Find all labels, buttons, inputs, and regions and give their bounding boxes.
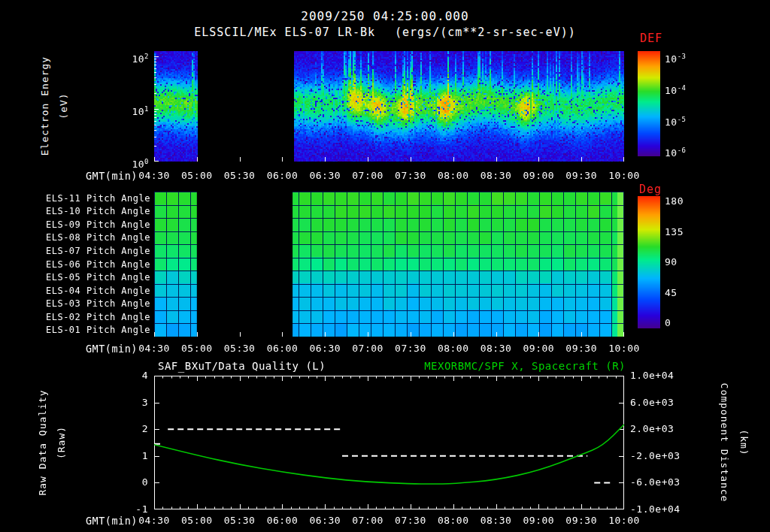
time-tick-label: 09:30 — [559, 515, 604, 527]
time-tick-label: 05:00 — [174, 515, 220, 527]
time-tick-label: 07:00 — [345, 515, 390, 527]
gmt-axis-label: GMT(min) — [62, 515, 138, 527]
time-tick-label: 06:30 — [302, 515, 347, 527]
time-tick-label: 07:30 — [388, 515, 433, 527]
time-tick-label: 10:00 — [602, 515, 647, 527]
time-tick-label: 05:30 — [217, 515, 262, 527]
time-tick-label: 06:00 — [259, 515, 305, 527]
time-tick-label: 09:00 — [516, 515, 561, 527]
time-tick-label: 08:30 — [474, 515, 519, 527]
line-time-axis: GMT(min) 04:3005:0005:3006:0006:3007:000… — [0, 0, 770, 532]
time-tick-label: 08:00 — [431, 515, 476, 527]
els-quicklook-screen: 2009/250 04:25:00.000 ELSSCIL/MEx ELS-07… — [0, 0, 770, 532]
time-tick-label: 04:30 — [132, 515, 177, 527]
